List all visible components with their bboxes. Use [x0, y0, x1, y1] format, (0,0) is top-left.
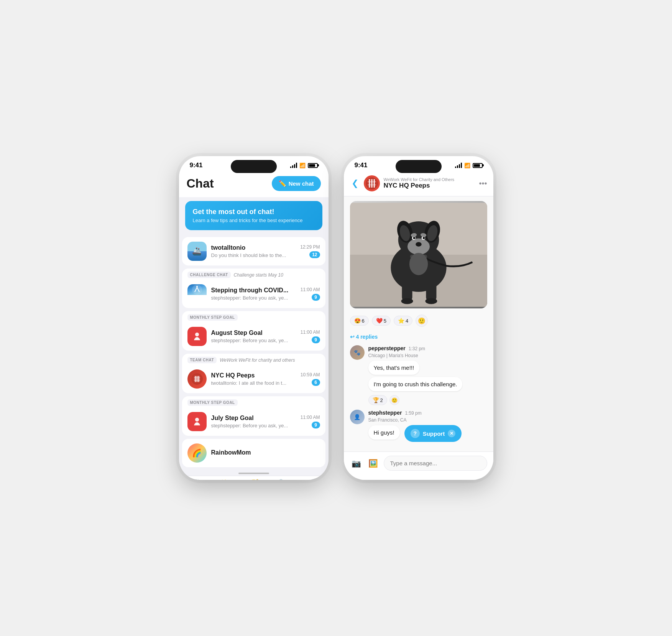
msg-location-steph: San Francisco, CA: [368, 417, 487, 423]
image-button[interactable]: 🖼️: [367, 457, 380, 470]
tab-profile[interactable]: 👤 Profile: [299, 479, 329, 480]
msg-content-steph: stephstepper 1:59 pm San Francisco, CA H…: [368, 410, 487, 442]
list-item[interactable]: 🌈 RainbowMom: [182, 439, 325, 467]
chat-detail-screen: ❮ WeWork WeFit for Charity and Others NY: [344, 171, 493, 480]
svg-rect-13: [371, 179, 373, 188]
chat-meta: 11:00 AM 9: [301, 287, 320, 301]
explore-icon: 🧭: [248, 479, 259, 480]
message-bubble-hi: Hi guys!: [368, 425, 400, 440]
reaction-count-star: 4: [406, 318, 408, 324]
fire-emoji: 😍: [354, 318, 361, 324]
list-item[interactable]: August Step Goal stephstepper: Before yo…: [182, 322, 325, 351]
list-item[interactable]: 🚢 twotalltonio Do you think I should bik…: [182, 237, 325, 265]
list-item[interactable]: NYC HQ Peeps twotalltonio: I ate all the…: [182, 365, 325, 393]
back-button[interactable]: ❮: [350, 177, 360, 190]
svg-rect-4: [195, 376, 196, 382]
sender-row: pepperstepper 1:32 pm: [368, 345, 487, 351]
reaction-pill-heart[interactable]: ❤️ 5: [372, 316, 391, 326]
tab-explore[interactable]: 🧭 Explore: [239, 479, 269, 480]
add-reaction-button[interactable]: 🙂: [416, 315, 428, 327]
message-bubble: Yes, that's me!!!: [368, 361, 420, 375]
new-chat-label: New chat: [289, 180, 314, 187]
msg-time: 1:32 pm: [409, 346, 425, 351]
label-tag: TEAM CHAT: [187, 357, 217, 363]
chat-info: August Step Goal stephstepper: Before yo…: [211, 330, 296, 343]
list-item[interactable]: Stepping through COVID... stephstepper: …: [182, 280, 325, 308]
status-icons-left: 📶: [290, 163, 318, 168]
chat-preview: Do you think I should bike to the...: [211, 252, 296, 258]
chat-name: Stepping through COVID...: [211, 287, 296, 294]
reaction-pill-fire[interactable]: 😍 6: [350, 316, 369, 326]
tab-bar: 📊 Dashboard ✨ Benefits 🧭 Explore 🏷️ Disc…: [179, 476, 329, 480]
chat-group-direct: 🚢 twotalltonio Do you think I should bik…: [182, 237, 325, 265]
messages-area: 😍 6 ❤️ 5 ⭐ 4 🙂: [344, 196, 493, 451]
chat-list: 🚢 twotalltonio Do you think I should bik…: [179, 234, 329, 470]
promo-banner[interactable]: Get the most out of chat! Learn a few ti…: [185, 201, 322, 230]
list-item[interactable]: July Step Goal stephstepper: Before you …: [182, 407, 325, 436]
input-bar: 📷 🖼️: [344, 451, 493, 480]
svg-rect-5: [196, 376, 197, 382]
reaction-count-fire: 6: [362, 318, 365, 324]
svg-point-37: [416, 242, 421, 247]
detail-header: ❮ WeWork WeFit for Charity and Others NY: [344, 171, 493, 196]
more-options-button[interactable]: •••: [479, 179, 487, 188]
label-tag: MONTHLY STEP GOAL: [187, 314, 238, 321]
tab-dashboard[interactable]: 📊 Dashboard: [179, 479, 209, 480]
svg-rect-16: [368, 185, 376, 185]
chat-info: Stepping through COVID... stephstepper: …: [211, 287, 296, 301]
sender-name-steph: stephstepper: [368, 410, 402, 416]
trophy-reaction[interactable]: 🏆 2: [368, 395, 387, 405]
chat-group-label: CHALLENGE CHAT Challenge starts May 10: [182, 269, 325, 280]
chat-meta: 11:00 AM 9: [301, 415, 320, 428]
status-time-left: 9:41: [190, 161, 203, 169]
dynamic-island: [231, 160, 277, 173]
svg-rect-8: [194, 380, 200, 381]
reaction-pill-star[interactable]: ⭐ 4: [394, 316, 412, 326]
left-phone: 9:41 📶 Chat ✏️ New chat: [179, 156, 329, 480]
emoji-add-icon: 🙂: [418, 317, 426, 325]
new-chat-button[interactable]: ✏️ New chat: [272, 176, 321, 191]
battery-icon-right: [473, 163, 483, 168]
avatar: [187, 412, 207, 431]
chat-meta: 10:59 AM 6: [301, 372, 320, 386]
label-tag: MONTHLY STEP GOAL: [187, 399, 238, 406]
chat-list-screen: Chat ✏️ New chat Get the most out of cha…: [179, 171, 329, 480]
add-reaction-button-2[interactable]: 🙂: [389, 395, 399, 405]
chat-time: 12:29 PM: [300, 244, 320, 250]
chat-time: 11:00 AM: [301, 330, 320, 335]
dog-photo: [350, 201, 487, 308]
support-button[interactable]: ? Support ✕: [404, 425, 462, 442]
tab-benefits[interactable]: ✨ Benefits: [209, 479, 239, 480]
question-icon: ?: [411, 429, 420, 438]
chat-group-team: TEAM CHAT WeWork WeFit for charity and o…: [182, 354, 325, 393]
message-input[interactable]: [384, 456, 487, 471]
msg-reactions-row: 🏆 2 🙂: [368, 395, 487, 405]
chat-info: NYC HQ Peeps twotalltonio: I ate all the…: [211, 372, 296, 386]
close-icon[interactable]: ✕: [448, 430, 455, 437]
battery-icon: [308, 163, 318, 168]
detail-avatar: [364, 175, 380, 191]
heart-emoji: ❤️: [376, 318, 383, 324]
trophy-count: 2: [380, 397, 383, 403]
reaction-count-heart: 5: [384, 318, 386, 324]
chat-group-label: MONTHLY STEP GOAL: [182, 396, 325, 407]
detail-title: NYC HQ Peeps: [384, 182, 475, 189]
reactions-row: 😍 6 ❤️ 5 ⭐ 4 🙂: [350, 313, 487, 328]
chat-badge: 6: [312, 379, 320, 386]
chat-preview: stephstepper: Before you ask, ye...: [211, 338, 296, 343]
tab-discounts[interactable]: 🏷️ Discounts: [269, 479, 299, 480]
avatar: 🌈: [187, 443, 207, 463]
chat-info: July Step Goal stephstepper: Before you …: [211, 415, 296, 428]
chat-title: Chat: [187, 176, 214, 191]
scroll-indicator: [238, 473, 269, 474]
camera-button[interactable]: 📷: [350, 457, 363, 470]
svg-rect-14: [373, 179, 375, 188]
avatar: [187, 327, 207, 346]
replies-count: 4 replies: [356, 334, 378, 340]
svg-rect-12: [369, 179, 370, 188]
status-time-right: 9:41: [355, 161, 368, 169]
replies-link[interactable]: ↩ 4 replies: [350, 333, 487, 341]
chat-meta: 12:29 PM 12: [300, 244, 320, 258]
chat-group-challenge: CHALLENGE CHAT Challenge starts May 10: [182, 269, 325, 308]
svg-rect-6: [198, 376, 199, 382]
